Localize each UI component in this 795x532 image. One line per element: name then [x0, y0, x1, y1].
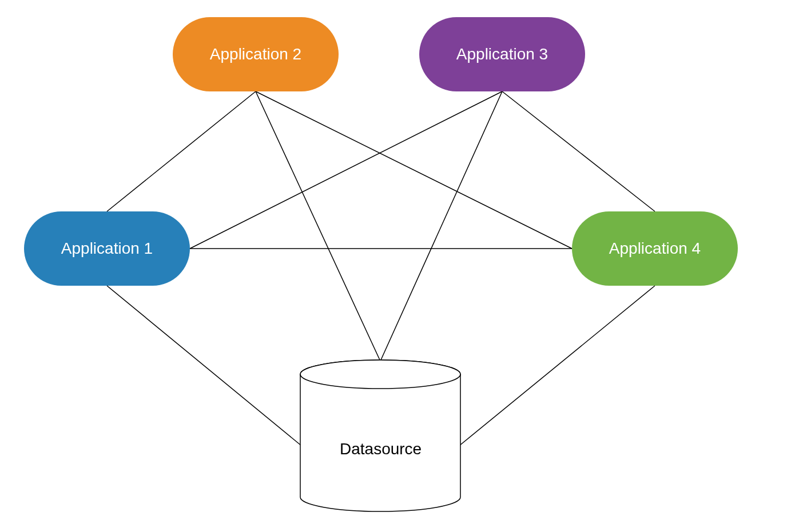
svg-point-10: [300, 360, 460, 389]
svg-line-4: [256, 91, 572, 249]
node-application-4: Application 4: [572, 211, 738, 286]
node-label: Application 1: [61, 239, 153, 258]
node-label: Application 3: [456, 45, 548, 63]
node-datasource-label: Datasource: [340, 440, 422, 458]
node-label: Application 2: [210, 45, 301, 63]
svg-line-7: [380, 91, 502, 361]
svg-line-1: [190, 91, 502, 249]
svg-line-6: [502, 91, 655, 211]
datasource-cylinder: [300, 360, 460, 511]
node-label: Application 4: [609, 239, 701, 258]
svg-line-0: [107, 91, 256, 211]
svg-line-8: [459, 286, 655, 446]
node-application-3: Application 3: [419, 17, 585, 91]
node-application-1: Application 1: [24, 211, 190, 286]
node-application-2: Application 2: [173, 17, 339, 91]
svg-line-5: [256, 91, 380, 361]
svg-line-3: [107, 286, 301, 446]
